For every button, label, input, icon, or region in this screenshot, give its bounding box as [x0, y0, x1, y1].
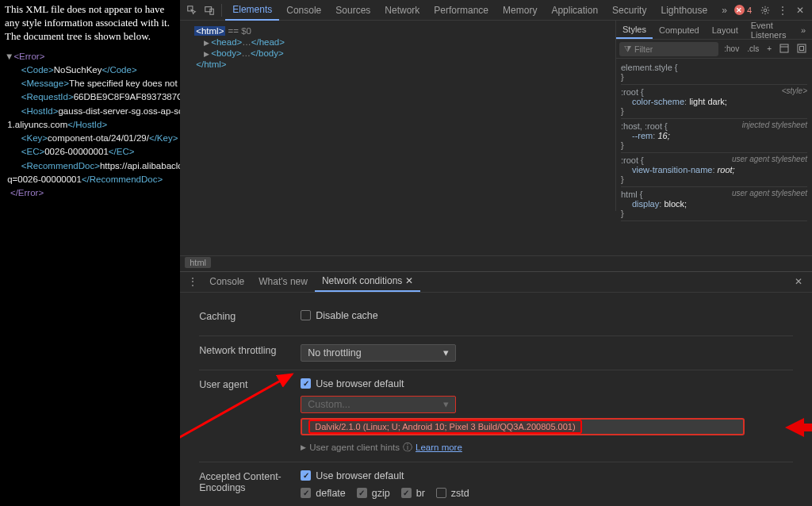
- elements-dom-tree[interactable]: <html> == $0 ▶<head>…</head> ▶<body>…</b…: [180, 21, 616, 211]
- devtools-tab-bar: Elements Console Sources Network Perform…: [180, 0, 812, 21]
- ua-custom-select[interactable]: Custom... ▾: [301, 396, 456, 413]
- enc-zstd-checkbox[interactable]: zstd: [436, 488, 469, 499]
- hov-toggle[interactable]: :hov: [722, 43, 741, 55]
- chevron-down-icon: ▾: [443, 398, 449, 410]
- settings-icon[interactable]: [757, 2, 773, 18]
- tab-network[interactable]: Network: [377, 1, 427, 20]
- styles-tab-eventlisteners[interactable]: Event Listeners: [745, 17, 795, 43]
- devtools: Elements Console Sources Network Perform…: [180, 0, 812, 506]
- breadcrumb-html[interactable]: html: [185, 257, 211, 268]
- enc-gzip-checkbox[interactable]: ✓gzip: [357, 488, 390, 499]
- svg-rect-4: [780, 44, 788, 52]
- drawer: ⋮ Console What's new Network conditions …: [180, 271, 812, 507]
- user-agent-label: User agent: [199, 378, 301, 454]
- dom-node-body: <body>…</body>: [211, 48, 283, 58]
- styles-tabs-more-icon[interactable]: »: [795, 22, 812, 38]
- tab-memory[interactable]: Memory: [496, 1, 544, 20]
- device-toggle-icon[interactable]: [201, 2, 217, 18]
- tabs-more-icon[interactable]: »: [714, 1, 734, 20]
- dom-node-head: <head>…</head>: [211, 37, 285, 47]
- xml-intro-text: This XML file does not appear to have an…: [5, 3, 175, 44]
- chevron-down-icon: ▾: [443, 347, 449, 358]
- cls-toggle[interactable]: .cls: [745, 43, 761, 55]
- close-devtools-icon[interactable]: ✕: [792, 2, 808, 18]
- styles-tab-computed[interactable]: Computed: [653, 22, 706, 38]
- close-tab-icon[interactable]: ✕: [405, 275, 413, 286]
- tab-lighthouse[interactable]: Lighthouse: [653, 1, 714, 20]
- svg-point-3: [764, 9, 767, 12]
- throttling-select[interactable]: No throttling ▾: [301, 344, 456, 362]
- enc-br-checkbox[interactable]: ✓br: [401, 488, 425, 499]
- throttling-label: Network throttling: [199, 344, 301, 362]
- xml-source: ▼<Error> <Code>NoSuchKey</Code> <Message…: [5, 50, 175, 201]
- svg-marker-7: [785, 418, 812, 437]
- kebab-icon[interactable]: ⋮: [775, 2, 791, 18]
- tab-sources[interactable]: Sources: [328, 1, 377, 20]
- learn-more-link[interactable]: Learn more: [416, 443, 462, 452]
- caching-label: Caching: [199, 310, 301, 328]
- enc-deflate-checkbox[interactable]: ✓deflate: [301, 488, 346, 499]
- drawer-kebab-icon[interactable]: ⋮: [183, 276, 202, 287]
- checkbox-checked-icon: ✓: [301, 378, 311, 389]
- ua-client-hints-expand[interactable]: ▶ User agent client hints ⓘ Learn more: [301, 442, 793, 454]
- error-count-badge[interactable]: ✕4: [734, 5, 752, 15]
- svg-rect-5: [798, 44, 806, 52]
- dom-node-html: <html>: [194, 26, 225, 36]
- ua-use-default-checkbox[interactable]: ✓ Use browser default: [301, 378, 793, 389]
- svg-rect-6: [800, 46, 804, 50]
- new-style-rule-icon[interactable]: +: [764, 43, 774, 55]
- inspect-icon[interactable]: [184, 2, 200, 18]
- styles-filter-input[interactable]: ⧩Filter: [619, 42, 718, 56]
- box-model-icon[interactable]: [795, 42, 809, 56]
- chevron-right-icon: ▶: [301, 443, 306, 451]
- tab-console[interactable]: Console: [279, 1, 328, 20]
- info-icon: ⓘ: [403, 442, 412, 454]
- styles-tab-styles[interactable]: Styles: [616, 21, 653, 39]
- styles-tab-layout[interactable]: Layout: [706, 22, 745, 38]
- xml-viewer-pane: This XML file does not appear to have an…: [0, 0, 180, 506]
- drawer-close-icon[interactable]: ✕: [788, 276, 809, 287]
- tab-elements[interactable]: Elements: [225, 0, 279, 21]
- encodings-label: Accepted Content-Encodings: [199, 470, 301, 505]
- enc-use-default-checkbox[interactable]: ✓ Use browser default: [301, 470, 793, 481]
- drawer-tab-whatsnew[interactable]: What's new: [251, 272, 315, 291]
- styles-panel: Styles Computed Layout Event Listeners »…: [616, 21, 812, 255]
- checkbox-checked-icon: ✓: [301, 470, 311, 481]
- breadcrumb-bar: html: [180, 255, 812, 271]
- disable-cache-checkbox[interactable]: Disable cache: [301, 310, 793, 321]
- ua-string-input[interactable]: Dalvik/2.1.0 (Linux; U; Android 10; Pixe…: [301, 418, 745, 435]
- drawer-tab-network-conditions[interactable]: Network conditions ✕: [315, 271, 420, 292]
- checkbox-unchecked-icon: [301, 310, 311, 320]
- tab-security[interactable]: Security: [605, 1, 653, 20]
- drawer-tab-console[interactable]: Console: [202, 272, 251, 291]
- tab-performance[interactable]: Performance: [427, 1, 496, 20]
- tab-application[interactable]: Application: [544, 1, 605, 20]
- computed-styles-icon[interactable]: [777, 42, 791, 56]
